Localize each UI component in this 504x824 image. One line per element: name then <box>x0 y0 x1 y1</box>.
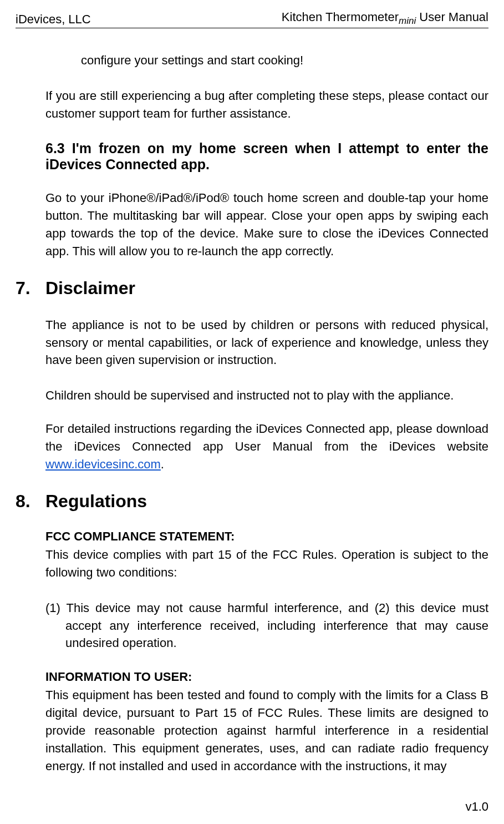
disclaimer-p1: The appliance is not to be used by child… <box>45 316 488 370</box>
chapter-8-number: 8. <box>16 491 45 512</box>
header-company: iDevices, LLC <box>16 12 91 27</box>
info-to-user-subhead: INFORMATION TO USER: <box>45 670 488 684</box>
fcc-conditions-list: (1) This device may not cause harmful in… <box>45 599 488 653</box>
chapter-8-heading: 8.Regulations <box>16 491 488 512</box>
disclaimer-p3-after: . <box>161 457 164 471</box>
chapter-7-heading: 7.Disclaimer <box>16 278 488 299</box>
section-6-3-heading: 6.3 I'm frozen on my home screen when I … <box>45 140 488 173</box>
page-footer-version: v1.0 <box>465 800 488 814</box>
chapter-7-title: Disclaimer <box>45 278 135 298</box>
header-doc-title: Kitchen Thermometermini User Manual <box>282 10 488 27</box>
chapter-7-number: 7. <box>16 278 45 299</box>
continued-step-text: configure your settings and start cookin… <box>81 52 488 69</box>
fcc-compliance-intro: This device complies with part 15 of the… <box>45 546 488 582</box>
fcc-compliance-subhead: FCC COMPLIANCE STATEMENT: <box>45 529 488 544</box>
header-product-suffix: User Manual <box>416 10 488 24</box>
page-header: iDevices, LLC Kitchen Thermometermini Us… <box>16 10 488 28</box>
support-note: If you are still experiencing a bug afte… <box>45 87 488 123</box>
disclaimer-p2: Children should be supervised and instru… <box>45 387 488 405</box>
page-content: configure your settings and start cookin… <box>16 52 488 775</box>
info-to-user-body: This equipment has been tested and found… <box>45 686 488 775</box>
header-product-prefix: Kitchen Thermometer <box>282 10 399 24</box>
section-6-3-body: Go to your iPhone®/iPad®/iPod® touch hom… <box>45 189 488 260</box>
header-product-sub: mini <box>399 16 416 26</box>
disclaimer-p3: For detailed instructions regarding the … <box>45 420 488 473</box>
chapter-8-title: Regulations <box>45 491 147 511</box>
disclaimer-p3-before: For detailed instructions regarding the … <box>45 422 488 453</box>
idevices-website-link[interactable]: www.idevicesinc.com <box>45 457 161 471</box>
